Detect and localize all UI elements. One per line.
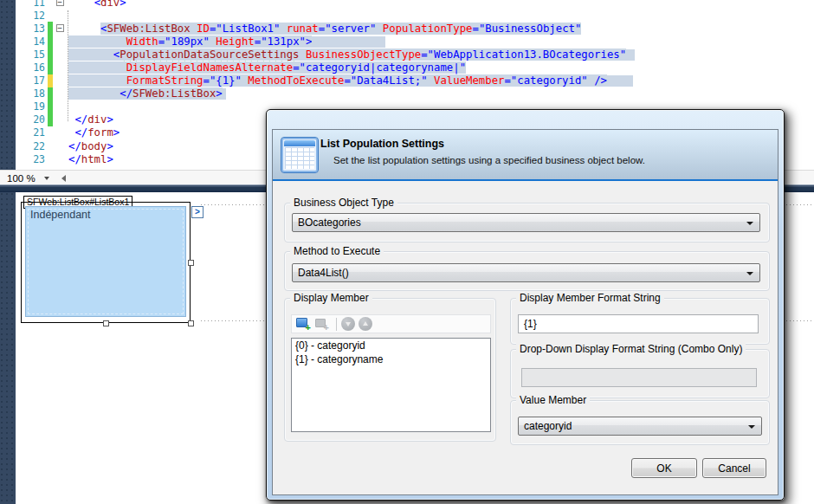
dropdown-format-input xyxy=(521,368,757,387)
dialog-header: List Population Settings Set the list po… xyxy=(273,130,778,181)
code-line: 18 </SFWeb:ListBox> xyxy=(16,87,814,100)
display-member-item[interactable]: {1} - categoryname xyxy=(292,352,490,366)
change-bar xyxy=(48,126,53,139)
line-number: 13 xyxy=(16,23,45,35)
method-to-execute-value: Data4List() xyxy=(298,267,349,279)
value-member-value: categoryid xyxy=(524,420,572,432)
code-line: 17 FormatString="{1}" MethodToExecute="D… xyxy=(16,74,814,87)
fold-toggle-icon[interactable]: − xyxy=(56,24,64,32)
change-bar xyxy=(48,113,53,126)
chevron-down-icon xyxy=(748,425,755,429)
display-member-format-label: Display Member Format String xyxy=(516,292,664,304)
line-number: 19 xyxy=(16,100,45,113)
dropdown-format-group: Drop-Down Display Format String (Combo O… xyxy=(510,349,770,398)
display-member-item[interactable]: {0} - categoryid xyxy=(292,339,490,352)
window-edge-rail xyxy=(0,0,16,504)
code-line: 13− <SFWeb:ListBox ID="ListBox1" runat="… xyxy=(16,22,814,35)
zoom-level-value[interactable]: 100 % xyxy=(0,173,36,184)
dialog-subtitle: Set the list population settings using a… xyxy=(333,155,645,165)
chevron-down-icon xyxy=(746,222,753,225)
resize-handle-corner[interactable] xyxy=(188,320,194,326)
list-population-settings-dialog: List Population Settings Set the list po… xyxy=(266,109,785,501)
code-line: 16 DisplayFieldNamesAlternate="categoryi… xyxy=(16,61,814,74)
value-member-label: Value Member xyxy=(516,394,590,406)
outlining-margin: − xyxy=(53,24,67,32)
business-object-type-combo[interactable]: BOcategories xyxy=(292,213,760,232)
line-number: 14 xyxy=(16,36,45,48)
listbox-item: Indépendant xyxy=(26,207,185,221)
code-text: </body> xyxy=(67,140,113,152)
cancel-button[interactable]: Cancel xyxy=(702,458,766,478)
code-text: <PopulationDataSourceSettings BusinessOb… xyxy=(67,48,635,61)
code-text: <SFWeb:ListBox ID="ListBox1" runat="serv… xyxy=(67,23,581,35)
smart-tag-button[interactable]: > xyxy=(191,206,204,218)
change-bar xyxy=(48,74,53,87)
designer-listbox[interactable]: Indépendant xyxy=(25,206,186,317)
line-number: 16 xyxy=(16,61,45,74)
method-to-execute-combo[interactable]: Data4List() xyxy=(292,263,760,282)
change-bar xyxy=(48,87,53,100)
hscroll-collapse-icon[interactable] xyxy=(61,175,66,182)
add-field-icon[interactable]: + xyxy=(295,316,311,332)
move-down-icon[interactable] xyxy=(341,317,355,331)
line-number: 21 xyxy=(16,126,45,139)
list-settings-icon xyxy=(281,137,319,173)
code-line: 14 Width="189px" Height="131px"> xyxy=(16,35,814,48)
line-number: 15 xyxy=(16,48,45,61)
chevron-down-icon xyxy=(746,272,753,275)
line-number: 20 xyxy=(16,113,45,126)
change-bar xyxy=(48,61,53,74)
change-bar xyxy=(48,35,53,48)
fold-structure-line xyxy=(68,10,68,121)
fold-toggle-icon[interactable]: − xyxy=(56,0,64,6)
display-member-format-value: {1} xyxy=(524,318,537,330)
vs-window: { "editor": { "zoom_label": "100 %", "li… xyxy=(0,0,814,504)
change-bar xyxy=(48,48,53,61)
code-text: Width="189px" Height="131px"> xyxy=(67,36,385,48)
code-line: 12 xyxy=(16,9,814,22)
display-member-format-input[interactable]: {1} xyxy=(518,314,759,333)
code-line: 11− <div> xyxy=(16,0,814,9)
toolbar-separator xyxy=(336,318,337,331)
resize-handle-bottom[interactable] xyxy=(103,320,109,326)
display-member-list[interactable]: {0} - categoryid{1} - categoryname xyxy=(291,338,491,432)
business-object-type-label: Business Object Type xyxy=(290,197,397,209)
code-line: 15 <PopulationDataSourceSettings Busines… xyxy=(16,48,814,61)
ok-button[interactable]: OK xyxy=(631,458,697,478)
change-bar xyxy=(48,100,53,113)
business-object-type-value: BOcategories xyxy=(298,216,361,229)
line-number: 23 xyxy=(16,153,45,165)
code-text: </div> xyxy=(67,113,113,126)
line-number: 12 xyxy=(16,10,45,22)
code-text: </form> xyxy=(67,126,120,139)
display-member-group: Display Member + + {0} - categoryid{1} -… xyxy=(284,298,496,442)
display-member-toolbar: + + xyxy=(291,314,491,333)
listbox-inner-dashed-border xyxy=(28,209,184,314)
line-number: 18 xyxy=(16,87,45,100)
zoom-dropdown-icon[interactable] xyxy=(44,177,49,180)
dropdown-format-label: Drop-Down Display Format String (Combo O… xyxy=(516,343,746,355)
display-member-label: Display Member xyxy=(290,292,372,304)
code-text: FormatString="{1}" MethodToExecute="Data… xyxy=(67,74,633,87)
code-text: DisplayFieldNamesAlternate="categoryid|c… xyxy=(67,61,466,74)
business-object-type-group: Business Object Type BOcategories xyxy=(284,203,770,242)
method-to-execute-label: Method to Execute xyxy=(290,245,384,257)
value-member-group: Value Member categoryid xyxy=(510,400,770,445)
line-number: 11 xyxy=(16,0,45,9)
move-up-icon[interactable] xyxy=(359,317,372,331)
code-text: <div> xyxy=(67,0,126,9)
change-bar xyxy=(48,9,53,22)
remove-field-icon[interactable]: + xyxy=(313,316,329,332)
code-text: </SFWeb:ListBox> xyxy=(67,87,226,100)
change-bar xyxy=(48,152,53,165)
outlining-margin: − xyxy=(53,0,67,6)
line-number: 22 xyxy=(16,140,45,152)
display-member-format-group: Display Member Format String {1} xyxy=(510,298,770,345)
line-number: 17 xyxy=(16,74,45,87)
value-member-combo[interactable]: categoryid xyxy=(518,417,762,436)
resize-handle-right[interactable] xyxy=(188,260,194,266)
change-bar xyxy=(48,139,53,152)
dialog-title: List Population Settings xyxy=(320,138,444,150)
selected-control-frame[interactable]: Indépendant xyxy=(21,202,191,323)
dialog-body: List Population Settings Set the list po… xyxy=(272,129,778,495)
